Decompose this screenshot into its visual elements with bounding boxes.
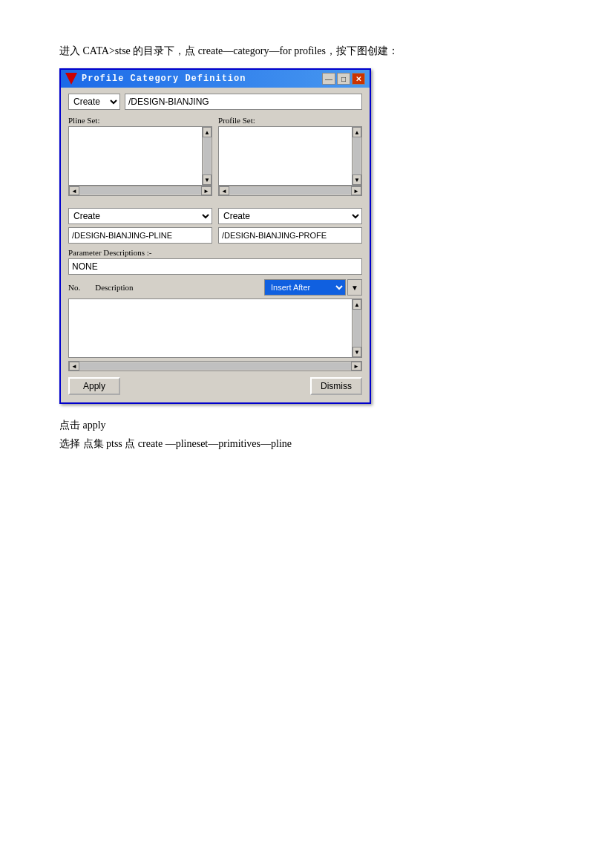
footer-line2: 选择 点集 ptss 点 create —plineset—primitives… — [59, 434, 554, 453]
profile-set-group: Profile Set: ▲ ▼ ◄ ► — [218, 116, 362, 202]
param-label: Parameter Descriptions :- — [68, 248, 362, 257]
description-label: Description — [95, 283, 133, 292]
profile-hscroll-track — [229, 187, 351, 195]
pline-name-input[interactable] — [68, 227, 212, 244]
param-input[interactable] — [68, 258, 362, 275]
pline-hscroll-left[interactable]: ◄ — [69, 186, 79, 195]
desc-vscroll-up[interactable]: ▲ — [353, 299, 361, 310]
triangle-icon — [65, 73, 77, 85]
minimize-button[interactable]: — — [322, 73, 335, 85]
maximize-button[interactable]: □ — [337, 73, 350, 85]
profile-vscroll-down[interactable]: ▼ — [353, 174, 361, 185]
pline-create-dropdown[interactable]: Create — [68, 208, 212, 224]
dismiss-button[interactable]: Dismiss — [310, 377, 362, 395]
pline-set-content[interactable] — [68, 126, 202, 186]
desc-vscroll: ▲ ▼ — [352, 298, 362, 358]
profile-hscroll-left[interactable]: ◄ — [219, 186, 229, 195]
pline-create-group: Create — [68, 208, 212, 244]
insert-after-wrap: Insert After ▼ — [264, 279, 362, 296]
profile-hscroll: ◄ ► — [218, 186, 362, 196]
param-section: Parameter Descriptions :- — [68, 248, 362, 275]
pline-set-label: Pline Set: — [68, 116, 212, 125]
window-content: Create Pline Set: ▲ ▼ ◄ — [61, 88, 370, 402]
insert-row: No. Description Insert After ▼ — [68, 279, 362, 296]
pline-hscroll-track — [79, 187, 201, 195]
footer-line1: 点击 apply — [59, 416, 554, 434]
profile-create-group: Create — [218, 208, 362, 244]
pline-hscroll-right[interactable]: ► — [201, 186, 212, 195]
panels-row: Pline Set: ▲ ▼ ◄ ► Profile Set: — [68, 116, 362, 202]
description-listbox: ▲ ▼ — [68, 298, 362, 358]
desc-hscroll-left[interactable]: ◄ — [69, 362, 79, 371]
close-button[interactable]: ✕ — [352, 73, 365, 85]
profile-create-dropdown[interactable]: Create — [218, 208, 362, 224]
profile-set-content[interactable] — [218, 126, 352, 186]
profile-set-vscroll: ▲ ▼ — [352, 126, 362, 186]
desc-hscroll-track — [79, 362, 351, 370]
profile-category-window: Profile Category Definition — □ ✕ Create… — [59, 68, 371, 404]
pline-vscroll-track — [203, 137, 211, 174]
profile-vscroll-track — [353, 137, 361, 174]
title-bar: Profile Category Definition — □ ✕ — [61, 70, 370, 88]
bottom-buttons: Apply Dismiss — [68, 377, 362, 395]
desc-vscroll-down[interactable]: ▼ — [353, 347, 361, 357]
top-path-input[interactable] — [125, 94, 362, 110]
insert-after-dropdown[interactable]: Insert After — [264, 279, 346, 296]
desc-hscroll-right[interactable]: ► — [351, 362, 361, 371]
pline-hscroll: ◄ ► — [68, 186, 212, 196]
pline-vscroll-down[interactable]: ▼ — [203, 174, 212, 185]
pline-set-group: Pline Set: ▲ ▼ ◄ ► — [68, 116, 212, 202]
top-row: Create — [68, 94, 362, 110]
pline-set-vscroll: ▲ ▼ — [202, 126, 212, 186]
intro-text: 进入 CATA>stse 的目录下，点 create—category—for … — [59, 45, 554, 58]
profile-set-listbox: ▲ ▼ — [218, 126, 362, 186]
apply-button[interactable]: Apply — [68, 377, 120, 395]
desc-hscroll: ◄ ► — [68, 361, 362, 371]
no-label: No. — [68, 283, 80, 292]
title-bar-left: Profile Category Definition — [65, 73, 246, 85]
create-inputs-row: Create Create — [68, 208, 362, 244]
description-content[interactable] — [68, 298, 352, 358]
footer-text: 点击 apply 选择 点集 ptss 点 create —plineset—p… — [59, 416, 554, 453]
desc-vscroll-track — [353, 310, 361, 347]
window-title: Profile Category Definition — [82, 74, 246, 84]
profile-name-input[interactable] — [218, 227, 362, 244]
title-buttons: — □ ✕ — [322, 73, 365, 85]
profile-vscroll-up[interactable]: ▲ — [353, 127, 361, 137]
profile-set-label: Profile Set: — [218, 116, 362, 125]
pline-set-listbox: ▲ ▼ — [68, 126, 212, 186]
insert-arrow-icon[interactable]: ▼ — [347, 279, 362, 296]
profile-hscroll-right[interactable]: ► — [351, 186, 361, 195]
top-action-dropdown[interactable]: Create — [68, 94, 120, 110]
pline-vscroll-up[interactable]: ▲ — [203, 127, 212, 137]
